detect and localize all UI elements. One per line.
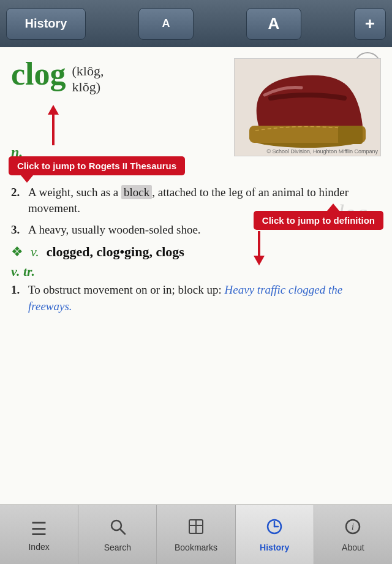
- about-icon: i: [344, 517, 362, 540]
- nav-item-index[interactable]: ☰ Index: [0, 505, 78, 564]
- tooltip1-arrow: [21, 175, 33, 183]
- pronunciation-block: (klôg, klŏg): [72, 58, 104, 95]
- definition-arrow: [254, 231, 265, 265]
- pronunciation-line2: klŏg): [72, 79, 104, 95]
- nav-label-bookmarks: Bookmarks: [175, 543, 217, 552]
- entry-content: clog (klôg, klŏg) Click to jump to Roget…: [0, 47, 392, 504]
- vtr-def-text-1: To obstruct movement on or in; block up:…: [28, 282, 381, 314]
- vtr-def-num-1: 1.: [11, 282, 28, 314]
- history-icon: [265, 517, 284, 540]
- arrow-shaft: [52, 115, 55, 145]
- image-credit: © School Division, Houghton Mifflin Comp…: [266, 148, 378, 154]
- tooltip2-arrow-up: [327, 204, 339, 211]
- about-svg: i: [344, 517, 362, 536]
- nav-item-history[interactable]: History: [236, 505, 314, 564]
- word-arrow: [48, 105, 59, 145]
- rogets-tooltip-box[interactable]: Click to jump to Rogets II Thesaurus: [9, 156, 185, 175]
- nav-label-about: About: [342, 543, 364, 552]
- arrow-head-up: [48, 105, 59, 115]
- nav-label-index: Index: [28, 542, 49, 552]
- definition-tooltip-box[interactable]: Click to jump to definition: [254, 211, 383, 230]
- nav-label-search: Search: [104, 543, 131, 552]
- history-svg: [265, 517, 284, 536]
- nav-label-history: History: [260, 543, 289, 552]
- verb-forms: clogged, clog•ging, clogs: [47, 244, 184, 260]
- word-image: © School Division, Houghton Mifflin Comp…: [234, 58, 381, 156]
- bookmarks-icon: [187, 517, 205, 540]
- vtr-definition-1: 1. To obstruct movement on or in; block …: [11, 282, 381, 314]
- search-icon: [108, 517, 127, 540]
- increase-font-button[interactable]: A: [246, 8, 301, 40]
- verb-pos: v.: [31, 244, 39, 260]
- pronunciation-line1: (klôg,: [72, 63, 104, 79]
- highlight-block: block: [121, 185, 152, 199]
- svg-text:i: i: [352, 522, 354, 532]
- verb-section: ❖ v. clogged, clog•ging, clogs: [11, 244, 381, 260]
- nav-item-search[interactable]: Search: [78, 505, 157, 564]
- arrow-head-down: [254, 256, 265, 265]
- index-icon: ☰: [31, 518, 47, 539]
- search-svg: [108, 517, 127, 536]
- example-text: Heavy traffic clogged the freeways.: [28, 283, 342, 313]
- add-button[interactable]: +: [354, 8, 386, 40]
- crosshatch-icon: ❖: [11, 244, 23, 260]
- nav-item-bookmarks[interactable]: Bookmarks: [157, 505, 235, 564]
- history-button[interactable]: History: [6, 8, 86, 40]
- headword: clog: [11, 58, 66, 90]
- svg-rect-4: [338, 126, 363, 144]
- svg-line-6: [120, 529, 125, 534]
- clog-illustration: [240, 64, 375, 150]
- arrow-shaft-down: [258, 231, 260, 256]
- app-header: History A A +: [0, 0, 392, 47]
- bottom-navigation: ☰ Index Search Bookmarks: [0, 505, 392, 564]
- definition-tooltip[interactable]: Click to jump to definition: [254, 204, 383, 230]
- vtr-line: v. tr.: [11, 264, 381, 280]
- decrease-font-button[interactable]: A: [138, 8, 194, 40]
- bookmarks-svg: [187, 517, 205, 536]
- def-num-3: 3.: [11, 222, 28, 238]
- nav-item-about[interactable]: i About: [314, 505, 392, 564]
- rogets-tooltip[interactable]: Click to jump to Rogets II Thesaurus: [9, 156, 185, 183]
- def-num-2: 2.: [11, 185, 28, 217]
